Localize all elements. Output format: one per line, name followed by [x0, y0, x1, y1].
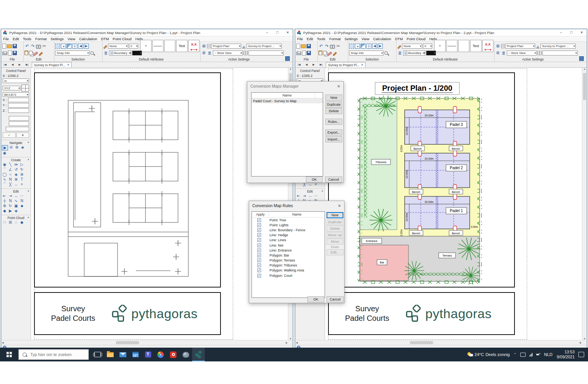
unit-dropdown[interactable]: m: [3, 78, 29, 83]
rule-row[interactable]: ✓Polygon: Tribunes: [252, 263, 325, 268]
select-move-icon[interactable]: ┼: [72, 44, 77, 49]
import-button[interactable]: Import...: [325, 136, 342, 142]
apply-checkbox[interactable]: ✓: [257, 253, 261, 257]
list-header-name[interactable]: Name: [252, 93, 323, 97]
start-button[interactable]: [0, 348, 18, 361]
collapse-icon[interactable]: ▲: [27, 141, 29, 143]
z-input[interactable]: [8, 108, 29, 113]
pythagoras-app-button[interactable]: [192, 348, 205, 361]
calendar-button[interactable]: [129, 348, 142, 361]
vertical-scrollbar[interactable]: ▲ ▼: [582, 68, 587, 340]
create-cross-icon[interactable]: ╳: [8, 182, 13, 187]
menu-item[interactable]: File: [1, 37, 11, 41]
menu-item[interactable]: Format: [327, 37, 343, 41]
edit-stretch-icon[interactable]: ↔: [307, 194, 313, 198]
minimize-button[interactable]: –: [556, 29, 566, 36]
menu-item[interactable]: Tools: [21, 37, 33, 41]
open-file-icon[interactable]: [301, 44, 306, 48]
pointcloud-select-icon[interactable]: ∷: [2, 220, 7, 225]
next-tab-icon[interactable]: ▶: [19, 63, 21, 66]
menu-item[interactable]: Edit: [305, 37, 315, 41]
menu-item[interactable]: Settings: [49, 37, 65, 41]
new-document-icon[interactable]: [2, 44, 6, 49]
pan-icon[interactable]: ◉: [2, 151, 7, 155]
zoom-out-icon[interactable]: ⊖: [8, 145, 14, 150]
find-icon[interactable]: [330, 45, 335, 48]
select-all-icon[interactable]: [349, 44, 354, 49]
create-arc-icon[interactable]: ⌒: [2, 167, 7, 172]
layer-dropdown[interactable]: ✓ Boundary - Fe...: [403, 51, 425, 56]
apply-checkbox[interactable]: ✓: [257, 248, 261, 252]
weather-widget[interactable]: 24°C Deels zonnig: [467, 352, 510, 357]
redo-icon[interactable]: ↷: [30, 44, 35, 49]
edit-fill-icon[interactable]: ▣: [13, 204, 19, 208]
fill-style-box[interactable]: [164, 40, 175, 52]
title-bar[interactable]: Pythagoras 2021 - D:\Pythagoras 2021 Rel…: [295, 29, 587, 36]
snap-dropdown[interactable]: Snap Info: [55, 51, 90, 56]
apply-checkbox[interactable]: ✓: [257, 243, 261, 247]
cancel-button[interactable]: Cancel: [325, 176, 342, 183]
create-hexagon-icon[interactable]: ⊕: [19, 172, 24, 177]
create-text-icon[interactable]: T: [19, 177, 24, 182]
collapse-icon[interactable]: ▲: [321, 190, 323, 192]
edit-trim-end-icon[interactable]: ⇥: [8, 194, 13, 198]
section-edit[interactable]: Edit: [307, 190, 313, 193]
select-all-icon[interactable]: [55, 44, 60, 49]
menu-item[interactable]: Calculation: [371, 37, 393, 41]
edit-smooth-icon[interactable]: ∿: [13, 199, 19, 203]
line-weight-dropdown[interactable]: 0: [129, 44, 139, 49]
rule-row[interactable]: ✓Line: Net: [252, 243, 325, 248]
dimension-style-box[interactable]: X.X: [188, 40, 199, 52]
rule-row[interactable]: ✓Polygon: Terrass: [252, 258, 325, 263]
coord-mode-dropdown[interactable]: XYZ: [3, 86, 21, 90]
pen-style-dropdown[interactable]: None: [402, 44, 422, 49]
extra-dropdown[interactable]: [248, 51, 284, 56]
edit-join-icon[interactable]: N: [19, 199, 24, 203]
x-input[interactable]: [8, 98, 29, 102]
first-tab-icon[interactable]: |◀: [298, 63, 301, 66]
prev-tab-icon[interactable]: ◀: [11, 63, 13, 66]
select-next-icon[interactable]: ▶: [378, 44, 383, 49]
menu-item[interactable]: File: [295, 37, 305, 41]
scroll-left-arrow[interactable]: ◀: [2, 341, 4, 344]
edit-trim-start-icon[interactable]: ⇤: [2, 194, 7, 198]
edit-scale-icon[interactable]: ◈: [13, 209, 19, 213]
aux-input-1[interactable]: [9, 116, 29, 121]
crs-dropdown[interactable]: BE/LB72: [3, 92, 29, 97]
scroll-up-arrow[interactable]: ▲: [582, 68, 587, 70]
paste-icon[interactable]: [24, 51, 28, 55]
horizontal-scrollbar[interactable]: ◀ ▶: [1, 340, 293, 345]
format-brush-icon[interactable]: [333, 52, 337, 56]
cut-icon[interactable]: ✂: [336, 44, 341, 49]
menu-item[interactable]: DTM: [393, 37, 405, 41]
minimize-button[interactable]: –: [262, 29, 272, 36]
edit-align-icon[interactable]: ▶: [8, 209, 13, 213]
prev-tab-icon[interactable]: ◀: [305, 63, 307, 66]
erase-icon[interactable]: [33, 52, 38, 56]
globe-icon[interactable]: ⊕: [201, 44, 206, 49]
create-path-icon[interactable]: N: [8, 177, 13, 182]
print-preview-icon[interactable]: [8, 51, 12, 56]
tab-close-icon[interactable]: ✕: [67, 63, 70, 67]
conversion-map-dropdown[interactable]: Survey to Project ...: [247, 44, 282, 49]
section-create[interactable]: Create: [11, 158, 21, 162]
rule-row[interactable]: ✓Point: Tree: [252, 217, 325, 222]
save-as-icon[interactable]: [307, 51, 311, 55]
active-document-dropdown[interactable]: Project Plan: [505, 44, 535, 49]
redo-icon[interactable]: ↷: [324, 44, 329, 49]
tab-survey-to-project-plan[interactable]: Survey to Project Pl... ✕: [326, 62, 366, 67]
new-map-button[interactable]: New: [325, 95, 342, 101]
line-style-box[interactable]: [152, 40, 163, 52]
menu-item[interactable]: DTM: [99, 37, 111, 41]
layer-dropdown[interactable]: ✓ Boundary - Fe...: [109, 51, 131, 56]
delete-map-button[interactable]: Delete: [325, 108, 342, 114]
apply-checkbox[interactable]: ✓: [257, 218, 261, 222]
teams-button[interactable]: [142, 348, 154, 361]
text-style-box[interactable]: Text: [176, 40, 187, 52]
volume-muted-icon[interactable]: [536, 353, 540, 356]
rule-row[interactable]: ✓Line: Hedge: [252, 233, 325, 238]
apply-checkbox[interactable]: ✓: [257, 228, 261, 232]
red-app-button[interactable]: [167, 348, 180, 361]
create-arc-ccw-icon[interactable]: ↺: [13, 167, 19, 172]
ok-button[interactable]: OK: [307, 296, 324, 302]
